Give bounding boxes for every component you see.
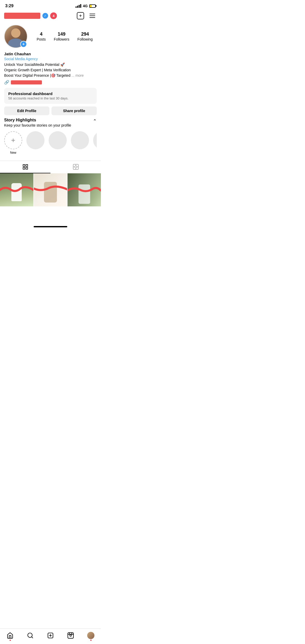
profile-name: Jatin Chauhan <box>4 52 97 56</box>
highlight-item-2[interactable] <box>49 131 67 154</box>
bio-text: Unlock Your SocialMedia Potential 🚀 Orga… <box>4 62 97 78</box>
menu-button[interactable] <box>88 11 97 20</box>
stats-row: 4 Posts 149 Followers 294 Following <box>33 32 97 42</box>
following-count: 294 <box>77 32 93 37</box>
signal-bars-icon <box>76 4 81 8</box>
followers-label: Followers <box>54 37 69 41</box>
followers-count: 149 <box>54 32 69 37</box>
following-stat[interactable]: 294 Following <box>77 32 93 42</box>
bio-section: Jatin Chauhan Social Media Agency Unlock… <box>0 52 101 85</box>
posts-label: Posts <box>37 37 46 41</box>
svg-rect-1 <box>26 165 28 166</box>
posts-count: 4 <box>37 32 46 37</box>
plus-square-icon: + <box>77 12 84 19</box>
dashboard-title: Professional dashboard <box>8 91 93 96</box>
status-bar: 3:29 4G <box>0 0 101 10</box>
highlights-collapse-icon[interactable]: ⌃ <box>93 118 97 124</box>
highlights-row: + New <box>4 131 97 157</box>
scribble-overlay-1 <box>0 173 33 207</box>
avatar-wrapper[interactable]: + <box>4 25 27 48</box>
highlight-circle-1 <box>26 131 44 149</box>
bio-more[interactable]: ... more <box>71 73 84 77</box>
bio-line1: Unlock Your SocialMedia Potential 🚀 <box>4 63 65 67</box>
professional-dashboard[interactable]: Professional dashboard 58 accounts reach… <box>4 88 97 104</box>
highlight-circle-2 <box>49 131 67 149</box>
status-icons: 4G <box>76 4 96 8</box>
highlight-item-3[interactable] <box>71 131 89 154</box>
status-time: 3:29 <box>5 4 13 8</box>
bio-line2: Organic Growth Expert | Meta Verificatio… <box>4 68 71 72</box>
highlight-circle-3 <box>71 131 89 149</box>
new-highlight-item[interactable]: + New <box>4 131 22 154</box>
add-post-button[interactable]: + <box>76 11 85 20</box>
grid-icon <box>22 164 28 170</box>
tabs-bar <box>0 161 101 173</box>
notification-badge[interactable]: 4 <box>50 12 57 19</box>
photo-grid <box>0 173 101 207</box>
svg-rect-2 <box>23 167 25 169</box>
svg-point-5 <box>75 166 77 168</box>
home-indicator <box>34 226 67 227</box>
tagged-icon <box>73 164 79 170</box>
link-redacted <box>11 80 42 84</box>
highlight-item-4[interactable] <box>93 131 97 154</box>
battery-icon <box>89 4 96 8</box>
photo-cell-2[interactable] <box>34 173 67 207</box>
highlights-subtitle: Keep your favourite stories on your prof… <box>4 123 71 128</box>
highlight-circle-4 <box>93 131 97 149</box>
header-right: + <box>76 11 97 20</box>
edit-profile-button[interactable]: Edit Profile <box>4 106 49 115</box>
bio-link[interactable]: 🔗 <box>4 80 97 85</box>
username-redacted <box>4 13 40 19</box>
header-nav: ✓ 4 + <box>0 10 101 23</box>
following-label: Following <box>77 37 93 41</box>
action-buttons: Edit Profile Share profile <box>0 106 101 115</box>
followers-stat[interactable]: 149 Followers <box>54 32 69 42</box>
highlights-title: Story Highlights <box>4 118 71 122</box>
dashboard-subtitle: 58 accounts reached in the last 30 days. <box>8 96 93 100</box>
profile-section: + 4 Posts 149 Followers 294 Following <box>0 23 101 48</box>
new-highlight-plus-icon: + <box>11 137 15 144</box>
scribble-overlay-2 <box>34 173 67 207</box>
header-left: ✓ 4 <box>4 12 57 19</box>
new-highlight-circle: + <box>4 131 22 149</box>
highlights-header: Story Highlights Keep your favourite sto… <box>4 118 97 128</box>
profile-top: + 4 Posts 149 Followers 294 Following <box>4 25 97 48</box>
svg-rect-3 <box>26 167 28 169</box>
photo-cell-3[interactable] <box>68 173 101 207</box>
posts-stat[interactable]: 4 Posts <box>37 32 46 42</box>
tab-tagged[interactable] <box>50 161 101 173</box>
new-highlight-label: New <box>10 151 16 154</box>
scribble-overlay-3 <box>68 173 101 207</box>
link-icon: 🔗 <box>4 80 9 85</box>
highlights-section: Story Highlights Keep your favourite sto… <box>0 118 101 157</box>
share-profile-button[interactable]: Share profile <box>51 106 97 115</box>
highlight-item-1[interactable] <box>26 131 44 154</box>
network-type: 4G <box>83 4 88 8</box>
bio-line3: Boost Your Digital Presence |🎯 Targeted <box>4 73 70 77</box>
hamburger-icon <box>90 14 95 18</box>
photo-cell-1[interactable] <box>0 173 33 207</box>
tab-grid[interactable] <box>0 161 50 173</box>
verified-badge-icon: ✓ <box>42 13 48 19</box>
add-to-story-button[interactable]: + <box>20 41 27 48</box>
profile-category[interactable]: Social Media Agency <box>4 57 97 61</box>
svg-rect-0 <box>23 165 25 166</box>
highlights-text: Story Highlights Keep your favourite sto… <box>4 118 71 128</box>
